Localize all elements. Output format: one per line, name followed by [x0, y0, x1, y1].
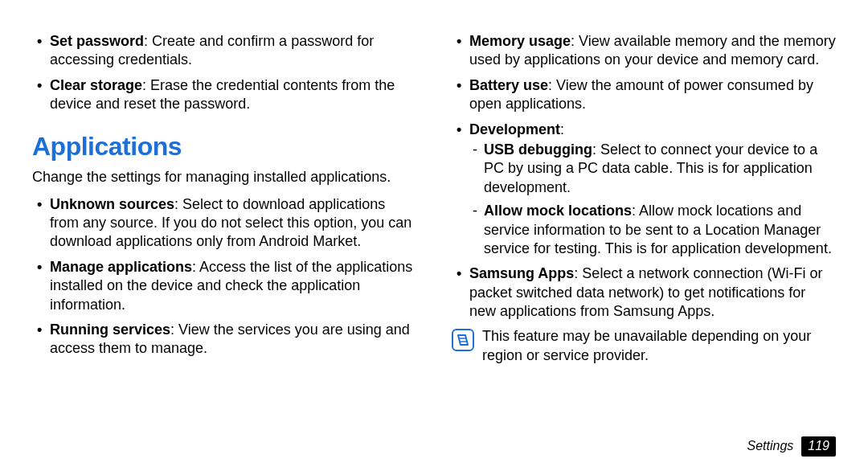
bullet-term: USB debugging	[484, 141, 592, 158]
bullet-term: Memory usage	[469, 33, 571, 49]
list-item: Samsung Apps: Select a network connectio…	[452, 264, 836, 321]
page-footer: Settings 119	[747, 436, 836, 457]
bullet-term: Samsung Apps	[469, 265, 574, 281]
list-item: USB debugging: Select to connect your de…	[469, 141, 836, 197]
list-item: Running services: View the services you …	[32, 321, 416, 358]
bullet-term: Unknown sources	[50, 196, 174, 212]
applications-bullets: Unknown sources: Select to download appl…	[32, 195, 416, 358]
bullet-term: Running services	[50, 322, 170, 338]
list-item: Development: USB debugging: Select to co…	[452, 121, 836, 259]
bullet-term: Development	[469, 121, 560, 137]
list-item: Clear storage: Erase the credential cont…	[32, 76, 416, 114]
applications-bullets-cont: Memory usage: View available memory and …	[452, 32, 836, 321]
list-item: Battery use: View the amount of power co…	[452, 76, 836, 114]
credential-bullets: Set password: Create and confirm a passw…	[32, 32, 416, 114]
section-intro: Change the settings for managing install…	[32, 168, 416, 186]
bullet-term: Clear storage	[50, 77, 142, 93]
development-sublist: USB debugging: Select to connect your de…	[469, 141, 836, 258]
footer-page-number: 119	[801, 436, 836, 457]
right-column: Memory usage: View available memory and …	[434, 32, 836, 447]
bullet-term: Allow mock locations	[484, 203, 632, 219]
note-callout: This feature may be unavailable dependin…	[452, 327, 836, 365]
list-item: Unknown sources: Select to download appl…	[32, 195, 416, 252]
list-item: Allow mock locations: Allow mock locatio…	[469, 202, 836, 258]
bullet-term: Set password	[50, 33, 144, 49]
footer-chapter: Settings	[747, 438, 793, 455]
list-item: Memory usage: View available memory and …	[452, 32, 836, 70]
note-text: This feature may be unavailable dependin…	[482, 327, 836, 365]
bullet-term: Manage applications	[50, 259, 192, 275]
note-icon	[452, 329, 474, 351]
list-item: Set password: Create and confirm a passw…	[32, 32, 416, 70]
section-heading-applications: Applications	[32, 130, 416, 164]
bullet-desc: :	[560, 121, 564, 137]
bullet-term: Battery use	[469, 77, 548, 93]
list-item: Manage applications: Access the list of …	[32, 258, 416, 314]
left-column: Set password: Create and confirm a passw…	[32, 32, 434, 447]
manual-page: Set password: Create and confirm a passw…	[0, 0, 868, 471]
